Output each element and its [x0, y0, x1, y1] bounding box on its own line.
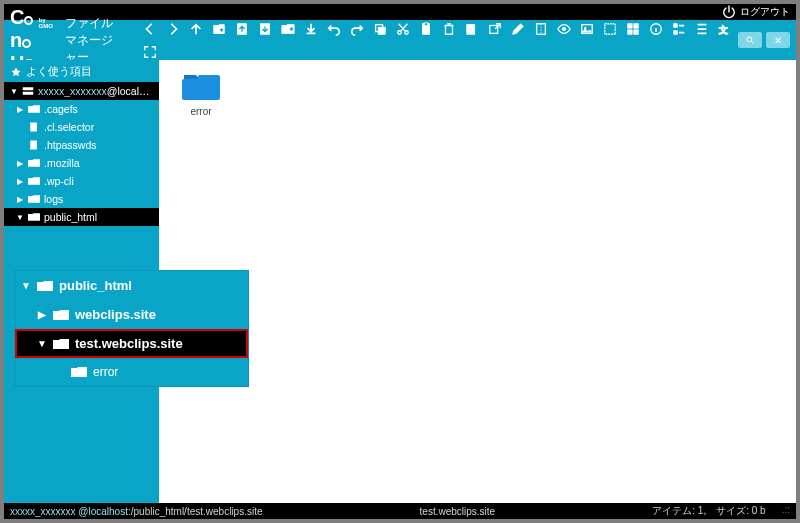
delete-icon[interactable] [442, 22, 456, 36]
svg-rect-24 [23, 87, 34, 90]
tree-item[interactable]: ▼public_html [4, 208, 159, 226]
tree-item[interactable]: .htpasswds [4, 136, 159, 154]
list-icon[interactable] [672, 22, 686, 36]
tree-item[interactable]: ▶logs [4, 190, 159, 208]
status-size: サイズ: 0 b [716, 504, 765, 518]
svg-point-11 [562, 27, 566, 31]
folder-icon [28, 212, 40, 222]
server-icon [22, 86, 34, 96]
svg-rect-14 [605, 23, 616, 34]
folder-icon [71, 366, 87, 378]
svg-rect-21 [674, 30, 678, 34]
svg-rect-25 [23, 92, 34, 95]
select-all-icon[interactable] [603, 22, 617, 36]
folder-icon [28, 104, 40, 114]
close-button[interactable]: ✕ [766, 32, 790, 48]
search-button[interactable] [738, 32, 762, 48]
sidebar: よく使う項目 ▼ xxxxx_xxxxxxx@localhost ▶.cagef… [4, 60, 159, 503]
forward-icon[interactable] [166, 22, 180, 36]
svg-rect-3 [378, 27, 385, 34]
fullscreen-icon[interactable] [143, 45, 157, 59]
new-folder-icon[interactable] [281, 22, 295, 36]
file-pane[interactable]: error [159, 60, 796, 503]
logout-link[interactable]: ログアウト [740, 5, 790, 19]
folder-icon [28, 176, 40, 186]
svg-rect-8 [467, 24, 475, 34]
download-icon[interactable] [258, 22, 272, 36]
popout-item[interactable]: ▼public_html [15, 271, 248, 300]
toolbar-icons: 文 [143, 20, 732, 60]
folder-icon [28, 158, 40, 168]
download-arrow-icon[interactable] [304, 22, 318, 36]
folder-item[interactable]: error [171, 72, 231, 117]
status-items: アイテム: 1, [652, 504, 706, 518]
thumbs-icon[interactable] [695, 22, 709, 36]
status-path: xxxxx_xxxxxxx @localhost:/public_html/te… [10, 506, 262, 517]
status-bar: xxxxx_xxxxxxx @localhost:/public_html/te… [4, 503, 796, 519]
file-icon [28, 140, 40, 150]
image-icon[interactable] [580, 22, 594, 36]
folder-icon [53, 309, 69, 321]
star-icon [10, 67, 22, 77]
open-external-icon[interactable] [488, 22, 502, 36]
titlebar: ログアウト [4, 4, 796, 20]
popout-item[interactable]: ▶webclips.site [15, 300, 248, 329]
folder-icon [182, 72, 220, 102]
redo-icon[interactable] [350, 22, 364, 36]
copy-icon[interactable] [373, 22, 387, 36]
paste-icon[interactable] [419, 22, 433, 36]
folder-label: error [190, 106, 211, 117]
host-node[interactable]: ▼ xxxxx_xxxxxxx@localhost [4, 82, 159, 100]
svg-rect-15 [628, 23, 632, 27]
svg-rect-16 [634, 23, 638, 27]
rename-icon[interactable] [465, 22, 479, 36]
svg-rect-26 [30, 123, 37, 132]
edit-icon[interactable] [511, 22, 525, 36]
tree-item[interactable]: ▶.mozilla [4, 154, 159, 172]
undo-icon[interactable] [327, 22, 341, 36]
svg-rect-17 [628, 29, 632, 33]
folder-icon [28, 194, 40, 204]
cut-icon[interactable] [396, 22, 410, 36]
toolbar: CnHa by GMO ファイルマネージャー [4, 20, 796, 60]
popout-item[interactable]: error [15, 358, 248, 386]
search-area: ✕ [738, 32, 790, 48]
preview-icon[interactable] [557, 22, 571, 36]
svg-rect-18 [634, 29, 638, 33]
grid-icon[interactable] [626, 22, 640, 36]
popout-item-selected[interactable]: ▼test.webclips.site [15, 329, 248, 358]
compress-icon[interactable] [534, 22, 548, 36]
file-icon [28, 122, 40, 132]
app-name: ファイルマネージャー [65, 15, 119, 66]
svg-text:文: 文 [718, 24, 728, 34]
power-icon [722, 5, 736, 19]
resize-grip-icon[interactable]: .:: [782, 504, 790, 518]
up-icon[interactable] [189, 22, 203, 36]
svg-rect-7 [424, 22, 428, 25]
tree-popout: ▼public_html ▶webclips.site ▼test.webcli… [14, 270, 249, 387]
svg-rect-27 [30, 141, 37, 150]
folder-open-icon [53, 338, 69, 350]
tree-item[interactable]: .cl.selector [4, 118, 159, 136]
tree-item[interactable]: ▶.cagefs [4, 100, 159, 118]
svg-rect-20 [674, 23, 678, 27]
back-icon[interactable] [143, 22, 157, 36]
svg-point-23 [747, 37, 752, 42]
upload-icon[interactable] [235, 22, 249, 36]
favorites-header[interactable]: よく使う項目 [4, 62, 159, 82]
status-title: test.webclips.site [274, 506, 640, 517]
language-icon[interactable]: 文 [718, 22, 732, 36]
tree-item[interactable]: ▶.wp-cli [4, 172, 159, 190]
new-file-icon[interactable] [212, 22, 226, 36]
folder-open-icon [37, 280, 53, 292]
info-icon[interactable] [649, 22, 663, 36]
